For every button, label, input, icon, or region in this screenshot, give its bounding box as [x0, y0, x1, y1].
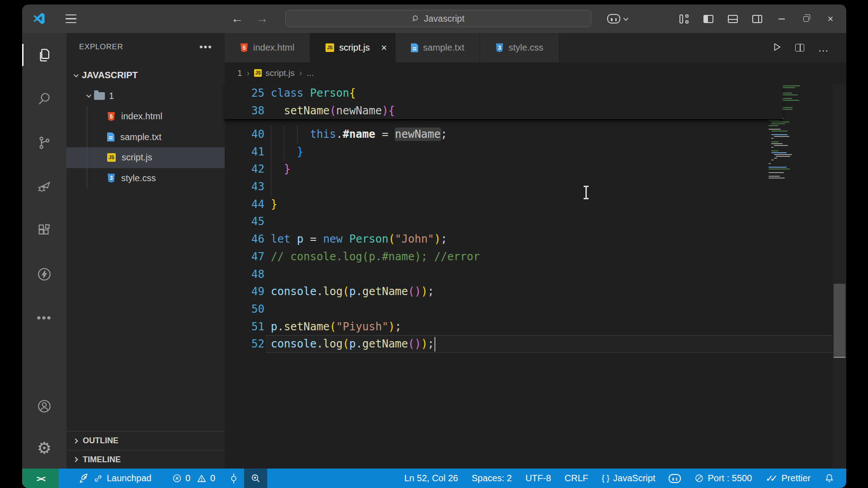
code-line-45[interactable]: 45 — [225, 213, 846, 230]
forward-arrow-button[interactable]: → — [256, 13, 268, 25]
editor-more-actions-button[interactable]: … — [818, 42, 829, 54]
timeline-section-header[interactable]: TIMELINE — [66, 450, 225, 469]
file-item-style.css[interactable]: 3style.css — [66, 168, 225, 189]
problems-indicator[interactable]: 0 0 — [172, 473, 215, 483]
tab-close-icon[interactable]: × — [381, 42, 387, 54]
tab-sample.txt[interactable]: sample.txt — [396, 33, 480, 62]
screencast-toggle[interactable] — [229, 473, 239, 484]
language-mode[interactable]: { } JavaScript — [602, 473, 655, 483]
code-line-51[interactable]: 51p.setName("Piyush"); — [225, 318, 846, 336]
encoding-indicator[interactable]: UTF-8 — [525, 473, 551, 483]
window-restore-button[interactable] — [794, 5, 818, 33]
explorer-sidebar: EXPLORER ••• JAVASCRIPT 1 5index.htmlsam… — [66, 33, 225, 469]
panel-bottom-icon — [728, 15, 738, 23]
chevron-down-icon — [74, 72, 79, 77]
tab-label: style.css — [509, 42, 543, 53]
lightning-circle-icon — [37, 267, 52, 282]
run-code-button[interactable] — [772, 42, 782, 54]
notifications-button[interactable] — [824, 473, 835, 483]
code-line-25[interactable]: 25class Person{ — [225, 84, 783, 102]
line-number: 43 — [225, 178, 264, 196]
breadcrumb: 1›JSscript.js›... — [225, 62, 846, 84]
code-line-40[interactable]: 40 this.#name = newName; — [225, 126, 846, 143]
activitybar-more-actions[interactable]: ••• — [22, 296, 66, 340]
code-line-50[interactable]: 50 — [225, 300, 846, 318]
live-server-port[interactable]: Port : 5500 — [694, 473, 752, 483]
css-file-icon: 3 — [107, 174, 115, 183]
tree-root-javascript[interactable]: JAVASCRIPT — [66, 65, 225, 86]
code-line-47[interactable]: 47// console.log(p.#name); //error — [225, 248, 846, 266]
code-editor[interactable]: 40 this.#name = newName;41 }42 }4344}454… — [225, 84, 846, 469]
cursor-position[interactable]: Ln 52, Col 26 — [404, 473, 458, 483]
activitybar-extensions[interactable] — [22, 208, 66, 252]
toggle-panel-button[interactable] — [721, 5, 745, 33]
source-control-icon — [37, 135, 52, 150]
back-arrow-button[interactable]: ← — [231, 13, 243, 25]
vscode-window: ← → Javascript — [22, 5, 846, 488]
debug-icon — [37, 179, 52, 194]
copilot-menu-button[interactable] — [607, 5, 627, 33]
tab-script.js[interactable]: JSscript.js× — [310, 33, 396, 62]
explorer-more-actions-button[interactable]: ••• — [199, 41, 212, 53]
activitybar-run-debug[interactable] — [22, 164, 66, 208]
activitybar-live-server[interactable] — [22, 252, 66, 296]
indentation-indicator[interactable]: Spaces: 2 — [472, 473, 512, 483]
command-center-search[interactable]: Javascript — [285, 10, 591, 27]
tab-style.css[interactable]: 3style.css — [480, 33, 559, 62]
tab-bar: 5index.htmlJSscript.js×sample.txt3style.… — [225, 33, 846, 62]
breadcrumb-item[interactable]: JSscript.js — [254, 68, 294, 78]
code-line-44[interactable]: 44} — [225, 196, 846, 213]
scrollbar-thumb[interactable] — [834, 284, 845, 356]
line-number: 42 — [225, 160, 264, 178]
activitybar-account[interactable] — [22, 384, 66, 428]
code-line-41[interactable]: 41 } — [225, 143, 846, 161]
customize-layout-button[interactable] — [672, 5, 696, 33]
braces-icon: { } — [602, 474, 609, 483]
line-number: 46 — [225, 230, 264, 248]
code-line-38[interactable]: 38 setName(newName){ — [225, 102, 783, 120]
code-line-42[interactable]: 42 } — [225, 160, 846, 178]
tab-index.html[interactable]: 5index.html — [225, 33, 310, 62]
folder-open-icon — [94, 92, 105, 100]
editor-scrollbar[interactable] — [833, 84, 846, 469]
menu-hamburger-button[interactable] — [66, 14, 76, 23]
window-close-button[interactable]: × — [818, 5, 843, 33]
zoom-indicator[interactable] — [244, 469, 267, 488]
tab-label: index.html — [253, 42, 294, 53]
toggle-primary-sidebar-button[interactable] — [696, 5, 721, 33]
file-item-script.js[interactable]: JSscript.js — [66, 147, 225, 168]
remote-indicator[interactable]: >< — [22, 469, 59, 488]
warning-triangle-icon — [197, 474, 207, 483]
file-label: style.css — [121, 173, 156, 183]
launchpad-button[interactable]: Launchpad — [79, 473, 151, 484]
code-line-48[interactable]: 48 — [225, 266, 846, 283]
activitybar-explorer[interactable] — [22, 33, 66, 77]
line-number: 49 — [225, 283, 264, 300]
outline-section-header[interactable]: OUTLINE — [66, 431, 225, 450]
code-line-52[interactable]: 52console.log(p.getName()); — [225, 335, 846, 353]
file-item-sample.txt[interactable]: sample.txt — [66, 127, 225, 148]
crosshair-icon — [229, 473, 239, 484]
tree-folder-1[interactable]: 1 — [66, 86, 225, 107]
file-item-index.html[interactable]: 5index.html — [66, 106, 225, 127]
eol-indicator[interactable]: CRLF — [565, 473, 588, 483]
split-editor-button[interactable] — [795, 44, 804, 52]
activitybar-settings[interactable]: ⚙ — [22, 428, 66, 469]
code-line-43[interactable]: 43 — [225, 178, 846, 196]
chevron-down-icon — [623, 15, 628, 20]
toggle-secondary-sidebar-button[interactable] — [745, 5, 769, 33]
prettier-status[interactable]: ✓✓ Prettier — [765, 473, 811, 484]
breadcrumb-item[interactable]: ... — [307, 68, 314, 78]
sidebar-right-icon — [752, 15, 762, 23]
activitybar-search[interactable] — [22, 77, 66, 121]
copilot-status-button[interactable] — [669, 474, 681, 483]
error-count: 0 — [185, 473, 190, 483]
code-line-49[interactable]: 49console.log(p.getName()); — [225, 283, 846, 300]
window-minimize-button[interactable] — [769, 5, 794, 33]
breadcrumb-item[interactable]: 1 — [237, 68, 242, 78]
activitybar-source-control[interactable] — [22, 121, 66, 164]
copilot-icon — [669, 474, 681, 483]
rocket-icon — [79, 473, 90, 484]
code-line-46[interactable]: 46let p = new Person("John"); — [225, 230, 846, 248]
css-file-icon: 3 — [495, 43, 504, 52]
